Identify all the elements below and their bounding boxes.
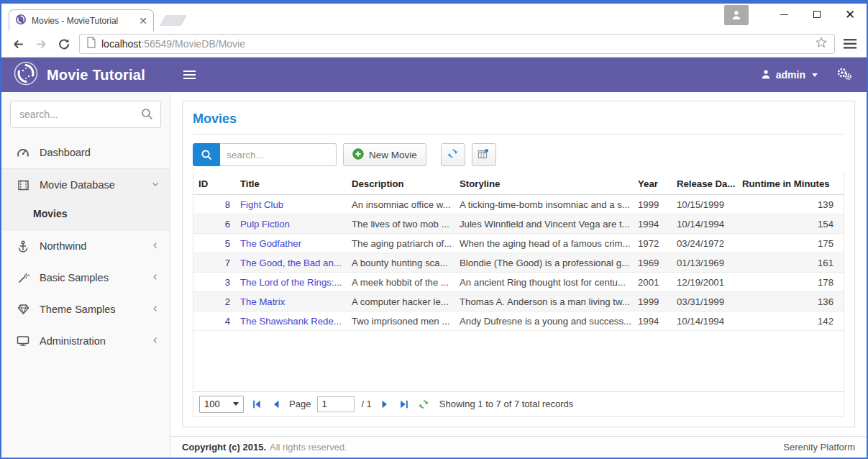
bookmark-star-icon[interactable] xyxy=(815,36,828,52)
browser-tab[interactable]: Movies - MovieTutorial ✕ xyxy=(9,9,154,31)
cell-release-date: 01/13/1969 xyxy=(672,258,735,268)
column-header-year[interactable]: Year xyxy=(633,178,672,189)
column-header-title[interactable]: Title xyxy=(235,178,347,189)
table-row: 2 The Matrix A computer hacker le... Tho… xyxy=(193,292,844,312)
grid-pager: 100 Page / 1 xyxy=(193,391,844,416)
app-logo-icon xyxy=(13,60,39,89)
page-size-select[interactable]: 100 xyxy=(199,396,244,413)
sidebar-item-label: Theme Samples xyxy=(40,304,116,315)
new-tab-button[interactable] xyxy=(160,15,187,26)
forward-icon[interactable] xyxy=(33,36,49,52)
cell-title[interactable]: Pulp Fiction xyxy=(235,219,347,230)
cell-year: 1999 xyxy=(633,199,672,210)
grid-refresh-button[interactable] xyxy=(441,143,465,166)
next-page-icon[interactable] xyxy=(378,398,391,411)
cell-storyline: Thomas A. Anderson is a man living tw... xyxy=(454,296,633,307)
sidebar-item-administration[interactable]: Administration xyxy=(1,325,170,357)
cell-id[interactable]: 4 xyxy=(193,316,235,327)
sidebar-item-label: Movie Database xyxy=(40,179,115,191)
grid-search-input[interactable] xyxy=(220,143,337,166)
cell-id[interactable]: 2 xyxy=(193,296,235,307)
cell-title[interactable]: The Godfather xyxy=(235,238,347,249)
cell-year: 1972 xyxy=(633,238,672,249)
cell-title[interactable]: The Matrix xyxy=(235,296,347,307)
chevron-left-icon xyxy=(151,335,160,347)
back-icon[interactable] xyxy=(10,36,26,52)
copyright-text: Copyright (c) 2015. xyxy=(182,442,266,453)
page-icon xyxy=(86,37,96,51)
first-page-icon[interactable] xyxy=(250,398,263,411)
cell-id[interactable]: 5 xyxy=(193,238,235,249)
cell-runtime: 136 xyxy=(735,296,844,307)
sidebar-item-dashboard[interactable]: Dashboard xyxy=(1,137,170,168)
column-header-release-date[interactable]: Release Da... xyxy=(672,178,735,189)
profile-avatar[interactable] xyxy=(724,5,749,25)
cell-storyline: An ancient Ring thought lost for centu..… xyxy=(454,277,633,288)
sidebar-item-label: Administration xyxy=(40,335,106,347)
sidebar-toggle-icon[interactable] xyxy=(183,71,196,79)
grid-toolbar: New Movie xyxy=(193,143,844,166)
column-header-storyline[interactable]: Storyline xyxy=(454,178,633,189)
cell-year: 1994 xyxy=(633,219,672,230)
previous-page-icon[interactable] xyxy=(270,398,283,411)
sidebar-item-label: Basic Samples xyxy=(40,272,109,283)
grid-search xyxy=(193,143,337,166)
settings-gears-icon[interactable] xyxy=(836,67,852,83)
window-controls: ✕ xyxy=(724,4,867,28)
sidebar-item-movie-database[interactable]: Movie Database xyxy=(1,169,170,201)
tab-close-icon[interactable]: ✕ xyxy=(139,16,147,26)
cell-id[interactable]: 7 xyxy=(193,258,235,268)
url-host: localhost xyxy=(101,38,141,50)
pager-refresh-icon[interactable] xyxy=(417,398,430,411)
table-row: 5 The Godfather The aging patriarch of..… xyxy=(193,234,844,253)
cell-runtime: 178 xyxy=(735,277,844,288)
maximize-button[interactable] xyxy=(800,4,833,25)
url-text: localhost:56549/MovieDB/Movie xyxy=(101,38,810,50)
address-bar[interactable]: localhost:56549/MovieDB/Movie xyxy=(79,34,835,54)
last-page-icon[interactable] xyxy=(398,398,411,411)
sidebar-item-theme-samples[interactable]: Theme Samples xyxy=(1,294,170,325)
cell-id[interactable]: 3 xyxy=(193,277,235,288)
close-button[interactable]: ✕ xyxy=(833,4,867,25)
table-row: 6 Pulp Fiction The lives of two mob ... … xyxy=(193,214,844,234)
page-number-input[interactable] xyxy=(317,396,355,412)
column-header-description[interactable]: Description xyxy=(347,178,454,189)
brand: Movie Tutorial xyxy=(1,60,170,89)
refresh-icon[interactable] xyxy=(56,36,72,52)
user-menu[interactable]: admin xyxy=(761,69,818,81)
user-icon xyxy=(761,69,771,81)
sidebar-search-input[interactable] xyxy=(10,101,161,128)
column-picker-button[interactable] xyxy=(472,143,496,166)
cell-description: The lives of two mob ... xyxy=(347,219,454,230)
copyright-rest: All rights reserved. xyxy=(270,442,347,453)
cell-release-date: 10/14/1994 xyxy=(672,219,735,230)
sidebar-item-northwind[interactable]: Northwind xyxy=(1,230,170,262)
cell-year: 1969 xyxy=(633,258,672,268)
cell-id[interactable]: 6 xyxy=(193,219,235,230)
cell-title[interactable]: Fight Club xyxy=(235,199,347,210)
page-title: Movies xyxy=(193,112,844,127)
column-header-id[interactable]: ID xyxy=(193,178,235,189)
grid-search-button[interactable] xyxy=(193,143,220,166)
sidebar-item-basic-samples[interactable]: Basic Samples xyxy=(1,262,170,294)
cell-id[interactable]: 8 xyxy=(193,199,235,210)
column-header-runtime[interactable]: Runtime in Minutes xyxy=(735,178,844,189)
cell-release-date: 12/19/2001 xyxy=(672,277,735,288)
chrome-menu-icon[interactable] xyxy=(842,36,858,52)
cell-year: 1999 xyxy=(633,296,672,307)
minimize-button[interactable] xyxy=(767,4,800,25)
search-icon xyxy=(141,108,153,123)
chevron-left-icon xyxy=(151,240,160,252)
sidebar-item-movies[interactable]: Movies xyxy=(1,201,170,227)
cell-title[interactable]: The Shawshank Rede... xyxy=(235,316,347,327)
sidebar-subitem-label: Movies xyxy=(33,208,67,219)
cell-title[interactable]: The Good, the Bad an... xyxy=(235,258,347,268)
cell-title[interactable]: The Lord of the Rings:... xyxy=(235,277,347,288)
new-movie-button[interactable]: New Movie xyxy=(343,143,426,166)
cell-year: 2001 xyxy=(633,277,672,288)
cell-description: A bounty hunting sca... xyxy=(347,258,454,268)
cell-description: The aging patriarch of... xyxy=(347,238,454,249)
chevron-down-icon xyxy=(151,179,160,191)
browser-window: Movies - MovieTutorial ✕ ✕ localhost xyxy=(0,0,868,459)
cell-runtime: 161 xyxy=(735,258,844,268)
